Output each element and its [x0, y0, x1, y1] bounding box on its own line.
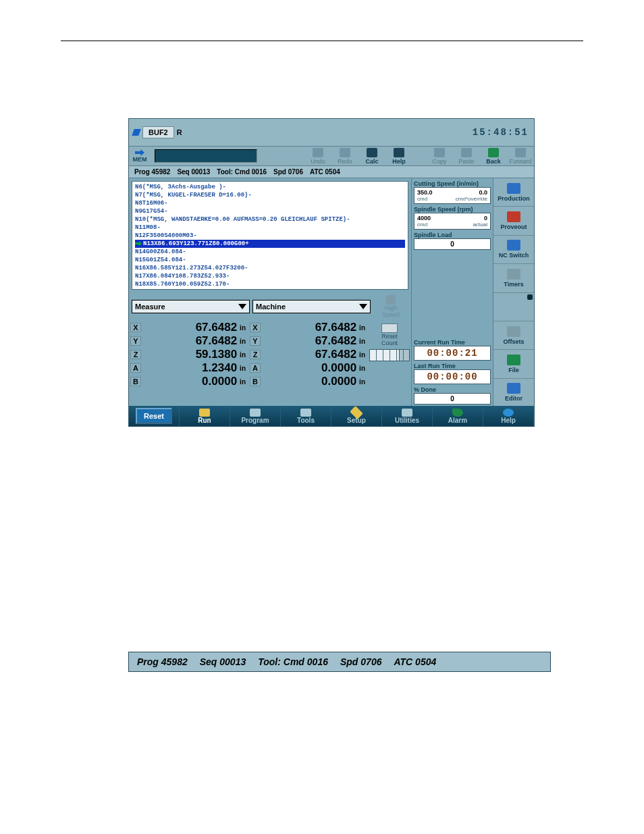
nav-reset[interactable]: Reset [129, 406, 180, 426]
softkey-label: Timers [504, 281, 523, 288]
nc-line[interactable]: N15G01Z54.084- [135, 256, 405, 264]
nc-line[interactable]: N11M08- [135, 224, 405, 232]
softkey-editor[interactable]: Editor [493, 379, 534, 407]
status-spd: Spd 0706 [273, 168, 303, 176]
back-button[interactable]: Back [480, 148, 507, 165]
spindle-load-value: 0 [414, 238, 491, 250]
softkey-icon [507, 211, 520, 222]
axis-value: 67.6482 [261, 321, 358, 334]
parts-counter [369, 349, 410, 361]
nc-line[interactable]: N13X86.693Y123.771Z80.000G00+ [135, 240, 405, 248]
paste-button[interactable]: Paste [453, 148, 480, 165]
nav-setup[interactable]: Setup [331, 406, 382, 426]
corner-mark-icon [527, 294, 533, 300]
nc-line[interactable]: N7(*MSG, KUGEL-FRAESER D=16.00)- [135, 191, 405, 199]
reset-count-button[interactable]: ResetCount [370, 323, 409, 346]
help-button[interactable]: Help [385, 148, 412, 165]
softkey-timers[interactable]: Timers [493, 264, 534, 292]
softkey-icon [507, 240, 520, 251]
last-run-box: 00:00:00 [414, 369, 491, 384]
axis-label: X [250, 323, 261, 332]
program-icon [250, 409, 261, 417]
undo-button[interactable]: Undo [304, 148, 331, 165]
nav-utilities[interactable]: Utilities [382, 406, 433, 426]
chevron-down-icon [238, 304, 246, 309]
zoom-atc: ATC 0504 [394, 656, 436, 667]
toolbar: MEM Undo Redo Calc Help Copy Paste Back … [129, 147, 534, 166]
zoom-tool: Tool: Cmd 0016 [258, 656, 328, 667]
axis-unit: in [238, 365, 247, 372]
counter-icon [381, 323, 398, 333]
status-tool: Tool: Cmd 0016 [217, 168, 267, 176]
nav-program[interactable]: Program [230, 406, 281, 426]
nc-line[interactable]: N9G17G54- [135, 207, 405, 215]
axis-row: Z59.1380in [130, 348, 247, 361]
status-bar: Prog 45982 Seq 00013 Tool: Cmd 0016 Spd … [129, 166, 534, 178]
speed-icon [386, 295, 396, 305]
copy-button[interactable]: Copy [426, 148, 453, 165]
page-divider [61, 41, 583, 41]
nc-code-pane[interactable]: N6(*MSG, 3Achs-Ausgabe )-N7(*MSG, KUGEL-… [132, 181, 408, 290]
nc-line[interactable]: N19X85.735Y99.037Z52.080- [135, 288, 405, 290]
buffer-flag: R [177, 128, 182, 136]
nc-line[interactable]: N14G00Z64.084- [135, 248, 405, 256]
nc-line[interactable]: N10(*MSG, WANDSTAERKE=0.00 AUFMASS=0.20 … [135, 215, 405, 224]
softkey-icon [507, 183, 520, 194]
softkey-label: Offsets [503, 338, 524, 345]
nc-line[interactable]: N8T16M06- [135, 199, 405, 207]
forward-button[interactable]: Forward [507, 148, 534, 165]
softkey-nc-switch[interactable]: NC Switch [493, 236, 534, 264]
nc-line[interactable]: N17X86.084Y108.783Z52.933- [135, 272, 405, 280]
calc-button[interactable]: Calc [358, 148, 385, 165]
high-speed-button[interactable]: HighSpeed [373, 295, 408, 318]
bottom-nav: Reset Run Program Tools Setup Utilities … [129, 406, 534, 426]
softkey-offsets[interactable]: Offsets [493, 321, 534, 350]
buffer-tab[interactable]: BUF2 [142, 126, 174, 138]
axis-row: B0.0000in [130, 375, 247, 388]
axis-unit: in [358, 378, 367, 386]
axis-unit: in [358, 365, 367, 372]
axis-row: X67.6482in [130, 321, 247, 334]
zoom-spd: Spd 0706 [340, 656, 382, 667]
axis-value: 67.6482 [141, 334, 238, 348]
back-icon [488, 148, 499, 157]
axis-row: A1.2340in [130, 361, 247, 375]
axis-unit: in [238, 351, 247, 359]
nav-tools[interactable]: Tools [281, 406, 331, 426]
axis-label: A [250, 363, 261, 373]
calculator-icon [367, 148, 377, 157]
softkey-production[interactable]: Production [493, 178, 534, 207]
mem-button[interactable]: MEM [129, 149, 151, 163]
axis-unit: in [358, 351, 367, 359]
zoom-prog: Prog 45982 [137, 656, 188, 667]
info-panel: Cutting Speed (in/min) 350.0cmd 0.0cmd*o… [411, 178, 493, 407]
softkey-file[interactable]: File [493, 350, 534, 378]
nav-alarm[interactable]: Alarm [433, 406, 483, 426]
app-mark-icon [132, 129, 141, 136]
measure-dropdown[interactable]: Measure [132, 300, 250, 313]
status-bar-zoom: Prog 45982 Seq 00013 Tool: Cmd 0016 Spd … [128, 652, 551, 672]
nc-line[interactable]: N16X86.585Y121.273Z54.027F3200- [135, 264, 405, 272]
redo-button[interactable]: Redo [331, 148, 358, 165]
copy-icon [434, 148, 445, 157]
axis-unit: in [238, 338, 247, 345]
last-run-title: Last Run Time [414, 363, 491, 369]
axes-measure: X67.6482inY67.6482inZ59.1380inA1.2340inB… [130, 321, 247, 388]
nav-run[interactable]: Run [180, 406, 230, 426]
axis-label: B [250, 377, 261, 386]
nc-line[interactable]: N12F3500S4000M03- [135, 232, 405, 240]
nc-line[interactable]: N18X85.760Y100.059Z52.170- [135, 280, 405, 288]
softkey-proveout[interactable]: Proveout [493, 207, 534, 235]
axis-value: 67.6482 [261, 348, 358, 361]
axis-label: Z [130, 350, 141, 359]
undo-icon [313, 148, 323, 157]
zoom-seq: Seq 00013 [200, 656, 246, 667]
nav-help[interactable]: Help [483, 406, 534, 426]
machine-dropdown[interactable]: Machine [252, 300, 371, 313]
reset-button[interactable]: Reset [136, 408, 172, 424]
cutting-speed-title: Cutting Speed (in/min) [414, 180, 491, 187]
axis-label: Y [250, 336, 261, 346]
command-entry[interactable] [155, 149, 257, 163]
axis-row: Z67.6482in [250, 348, 367, 361]
nc-line[interactable]: N6(*MSG, 3Achs-Ausgabe )- [135, 183, 405, 191]
